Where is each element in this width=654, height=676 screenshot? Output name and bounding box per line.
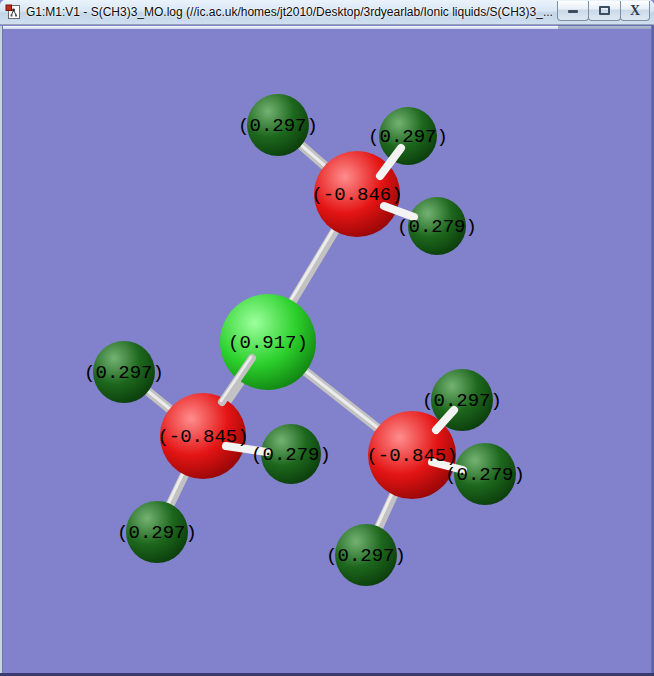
charge-label-S: (0.917) — [228, 332, 308, 354]
maximize-icon — [599, 6, 610, 15]
minimize-icon — [568, 10, 578, 13]
close-icon: X — [630, 4, 640, 18]
molecule-viewport[interactable]: (0.297)(0.297)(0.279)(-0.846)(0.297)(0.2… — [3, 29, 651, 673]
gaussview-document-icon — [5, 4, 21, 20]
charge-label-C_top: (-0.846) — [311, 184, 402, 206]
charge-label-H4: (0.297) — [84, 362, 164, 384]
charge-label-H7: (0.297) — [422, 390, 502, 412]
close-button[interactable]: X — [620, 1, 650, 21]
label-layer: (0.297)(0.297)(0.279)(-0.846)(0.297)(0.2… — [84, 115, 525, 567]
charge-label-H5: (0.279) — [251, 444, 331, 466]
charge-label-H1: (0.297) — [238, 115, 318, 137]
molecule-canvas[interactable]: (0.297)(0.297)(0.279)(-0.846)(0.297)(0.2… — [3, 29, 651, 673]
window-border-left — [0, 26, 3, 676]
charge-label-C_left: (-0.845) — [157, 426, 248, 448]
charge-label-C_right: (-0.845) — [366, 445, 457, 467]
charge-label-H6: (0.297) — [117, 522, 197, 544]
gaussview-window: G1:M1:V1 - S(CH3)3_MO.log (//ic.ac.uk/ho… — [0, 0, 654, 676]
charge-label-H3: (0.279) — [397, 216, 477, 238]
window-controls: X — [558, 1, 650, 21]
charge-label-H2: (0.297) — [368, 126, 448, 148]
minimize-button[interactable] — [557, 1, 589, 21]
charge-label-H9: (0.297) — [326, 545, 406, 567]
charge-label-H8: (0.279) — [445, 464, 525, 486]
maximize-button[interactable] — [588, 1, 621, 21]
title-bar[interactable]: G1:M1:V1 - S(CH3)3_MO.log (//ic.ac.uk/ho… — [0, 0, 654, 25]
